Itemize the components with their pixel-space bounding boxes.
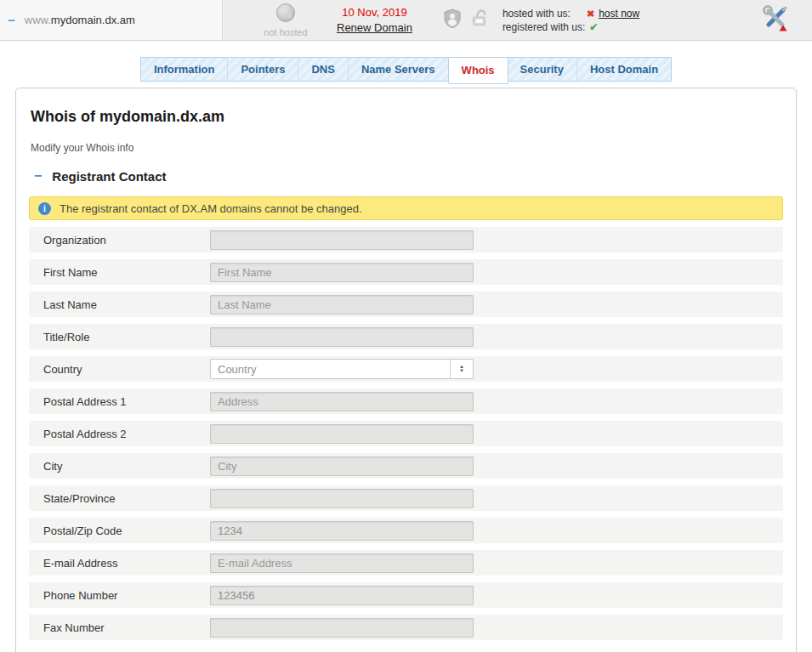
tab-whois[interactable]: Whois — [448, 57, 508, 84]
field-label: Postal Address 2 — [43, 428, 210, 440]
form-row-postal-address-2: Postal Address 2 — [29, 421, 783, 446]
globe-icon — [275, 3, 296, 26]
hosted-status-line: hosted with us: ✖ host now — [503, 7, 639, 20]
section-title: Registrant Contact — [52, 169, 166, 184]
collapse-domain-icon[interactable]: − — [8, 13, 15, 27]
domain-status-bar: not hosted 10 Nov, 2019 Renew Domain — [223, 0, 812, 40]
domain-title: www.mydomain.dx.am — [25, 14, 135, 26]
host-now-link[interactable]: host now — [599, 7, 639, 20]
tab-security[interactable]: Security — [508, 58, 577, 81]
unlock-icon[interactable] — [469, 9, 491, 32]
country-select-value: Country — [211, 363, 450, 376]
form-row-first-name: First Name — [29, 259, 783, 285]
hosting-status-block: not hosted — [258, 3, 313, 37]
state-province-input — [210, 489, 474, 508]
renew-domain-link[interactable]: Renew Domain — [337, 21, 412, 34]
tab-bar: Information Pointers DNS Name Servers Wh… — [140, 57, 672, 82]
whois-panel: Whois of mydomain.dx.am Modify your Whoi… — [15, 88, 797, 652]
tab-name-servers[interactable]: Name Servers — [349, 58, 449, 81]
field-label: Fax Number — [43, 621, 210, 634]
postal-zip-code-input — [210, 521, 474, 541]
tab-dns[interactable]: DNS — [298, 58, 348, 81]
field-label: Country — [43, 363, 210, 376]
form-row-email-address: E-mail Address — [29, 550, 783, 575]
field-label: Phone Number — [43, 589, 210, 602]
last-name-input — [210, 295, 474, 315]
page-title: Whois of mydomain.dx.am — [31, 108, 783, 126]
domain-name: mydomain.dx.am — [51, 14, 135, 26]
form-row-postal-zip-code: Postal/Zip Code — [29, 518, 783, 543]
select-arrows-icon: ▲▼ — [450, 360, 473, 378]
registrant-contact-form: Organization First Name Last Name Title/… — [29, 227, 783, 640]
field-label: Postal/Zip Code — [43, 524, 210, 537]
title-role-input — [210, 327, 474, 347]
tab-information[interactable]: Information — [141, 58, 229, 81]
registered-with-us-label: registered with us: — [503, 20, 585, 34]
registered-check-icon: ✔ — [589, 20, 598, 34]
tools-icon[interactable] — [762, 4, 789, 37]
city-input — [210, 456, 474, 476]
info-icon: i — [38, 202, 51, 215]
field-label: Title/Role — [43, 331, 210, 343]
form-row-fax-number: Fax Number — [29, 615, 783, 640]
domain-header: − www.mydomain.dx.am — [0, 0, 223, 40]
page-subtitle: Modify your Whois info — [31, 142, 783, 154]
email-address-input — [210, 553, 474, 573]
not-hosted-cross-icon: ✖ — [587, 7, 594, 20]
domain-topbar: − www.mydomain.dx.am not hosted 10 Nov, … — [0, 0, 812, 41]
form-row-country: Country Country ▲▼ — [29, 356, 783, 382]
expiry-date: 10 Nov, 2019 — [342, 6, 406, 19]
field-label: State/Province — [43, 492, 210, 505]
field-label: First Name — [43, 266, 210, 279]
fax-number-input — [210, 618, 474, 638]
form-row-postal-address-1: Postal Address 1 — [29, 388, 783, 414]
shield-user-icon[interactable] — [443, 9, 462, 32]
notice-banner: i The registrant contact of DX.AM domain… — [29, 196, 783, 220]
field-label: Organization — [43, 234, 210, 247]
domain-prefix: www. — [25, 14, 51, 26]
tab-pointers[interactable]: Pointers — [228, 58, 298, 81]
form-row-last-name: Last Name — [29, 292, 783, 317]
tab-bar-wrap: Information Pointers DNS Name Servers Wh… — [0, 57, 812, 82]
postal-address-1-input — [210, 392, 474, 411]
postal-address-2-input — [210, 424, 474, 444]
registrant-contact-section-header[interactable]: − Registrant Contact — [34, 168, 783, 184]
form-row-phone-number: Phone Number — [29, 582, 783, 608]
tab-host-domain[interactable]: Host Domain — [577, 58, 671, 81]
form-row-organization: Organization — [29, 227, 783, 252]
first-name-input — [210, 263, 474, 282]
country-select: Country ▲▼ — [210, 359, 474, 379]
form-row-title-role: Title/Role — [29, 324, 783, 349]
form-row-state-province: State/Province — [29, 485, 783, 511]
field-label: Postal Address 1 — [43, 395, 210, 408]
expiry-block: 10 Nov, 2019 Renew Domain — [337, 6, 412, 34]
phone-number-input — [210, 586, 474, 605]
collapse-section-icon[interactable]: − — [34, 168, 42, 184]
security-icons — [443, 9, 491, 32]
with-us-status: hosted with us: ✖ host now registered wi… — [503, 7, 639, 34]
field-label: E-mail Address — [43, 557, 210, 570]
hosting-status-label: not hosted — [264, 27, 307, 37]
notice-text: The registrant contact of DX.AM domains … — [60, 202, 362, 215]
registered-status-line: registered with us: ✔ — [503, 20, 639, 34]
form-row-city: City — [29, 453, 783, 479]
field-label: City — [43, 460, 210, 473]
field-label: Last Name — [43, 298, 210, 311]
organization-input — [210, 230, 474, 250]
hosted-with-us-label: hosted with us: — [503, 7, 571, 20]
